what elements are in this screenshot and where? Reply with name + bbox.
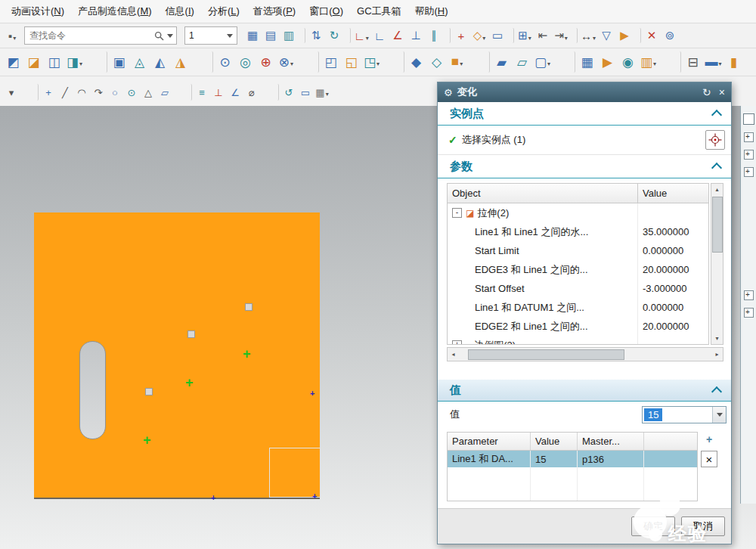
toolbar-icon[interactable]: ▱ bbox=[156, 84, 173, 101]
toolbar-icon[interactable]: ⊙ bbox=[215, 51, 235, 73]
panel-icon[interactable] bbox=[743, 113, 754, 125]
scrollbar-track[interactable] bbox=[711, 195, 723, 333]
section-header-instance-point[interactable]: 实例点 bbox=[438, 102, 731, 126]
toolbar-icon[interactable]: ▾ bbox=[3, 84, 20, 101]
toolbar-icon[interactable]: ▽ bbox=[597, 26, 615, 45]
toolbar-icon[interactable]: ◆ bbox=[406, 51, 426, 73]
toolbar-icon[interactable]: ◰ bbox=[321, 51, 341, 73]
toolbar-icon[interactable]: ▭ bbox=[297, 84, 314, 101]
toolbar-icon[interactable]: ▮ bbox=[723, 51, 744, 73]
toolbar-icon[interactable]: ⊕ bbox=[256, 51, 276, 73]
toolbar-icon[interactable]: ◭ bbox=[150, 51, 170, 73]
toolbar-icon[interactable]: ◨ bbox=[64, 51, 85, 73]
point-dialog-button[interactable] bbox=[705, 130, 725, 150]
toolbar-icon[interactable]: ⊙ bbox=[123, 84, 140, 101]
search-dropdown-caret-icon[interactable] bbox=[167, 34, 173, 38]
toolbar-icon[interactable]: ∥ bbox=[425, 26, 443, 45]
toolbar-icon[interactable]: ⊗ bbox=[276, 51, 296, 73]
toolbar-icon[interactable]: ◬ bbox=[129, 51, 150, 73]
part-face[interactable] bbox=[34, 212, 320, 499]
toolbar-icon[interactable]: ▦ bbox=[577, 51, 597, 73]
toolbar-icon[interactable]: ✕ bbox=[643, 26, 661, 45]
tree-expander-icon[interactable]: - bbox=[452, 208, 462, 218]
column-header-value[interactable]: Value bbox=[638, 184, 708, 203]
search-input[interactable] bbox=[28, 29, 154, 42]
tree-expander-icon[interactable] bbox=[744, 132, 754, 142]
toolbar-icon[interactable]: ≡ bbox=[194, 84, 210, 101]
scrollbar-thumb[interactable] bbox=[712, 197, 723, 253]
toolbar-icon[interactable]: ◠ bbox=[73, 84, 90, 101]
select-instance-point-row[interactable]: ✓ 选择实例点 (1) bbox=[438, 126, 731, 155]
parameter-row[interactable]: Line1 和 DATUM1 之间... 0.000000 bbox=[448, 298, 708, 317]
column-header-parameter[interactable]: Parameter bbox=[448, 433, 531, 450]
column-header-master[interactable]: Master... bbox=[578, 433, 644, 450]
toolbar-icon[interactable]: ∟ bbox=[370, 26, 389, 45]
scroll-right-icon[interactable] bbox=[711, 349, 723, 360]
parameter-row[interactable]: EDGE3 和 Line1 之间的... 20.000000 bbox=[448, 260, 708, 279]
toolbar-icon[interactable]: ∠ bbox=[227, 84, 243, 101]
scrollbar-thumb[interactable] bbox=[468, 349, 624, 360]
toolbar-icon[interactable]: ◎ bbox=[235, 51, 256, 73]
collapse-chevron-icon[interactable] bbox=[711, 386, 722, 397]
toolbar-icon[interactable]: ↔ bbox=[579, 26, 597, 45]
menu-item[interactable]: 首选项(P) bbox=[246, 1, 302, 22]
toolbar-icon[interactable]: ▢ bbox=[532, 51, 553, 73]
cancel-button[interactable]: 取消 bbox=[681, 516, 725, 536]
toolbar-icon[interactable]: ⊞ bbox=[516, 26, 534, 45]
parameter-row[interactable]: EDGE2 和 Line1 之间的... 20.000000 bbox=[448, 317, 708, 336]
tree-expander-icon[interactable] bbox=[744, 167, 754, 177]
parameter-row[interactable]: Start Limit 0.000000 bbox=[448, 241, 708, 260]
dialog-titlebar[interactable]: ⚙ 变化 ↻ × bbox=[438, 82, 731, 102]
toolbar-icon[interactable]: ◪ bbox=[23, 51, 44, 73]
toolbar-icon[interactable]: ▤ bbox=[262, 26, 280, 45]
instance-point-cross-icon[interactable] bbox=[143, 434, 155, 446]
toolbar-icon[interactable]: + bbox=[452, 26, 470, 45]
variance-table-row[interactable] bbox=[448, 484, 697, 501]
toolbar-icon[interactable]: ⇥ bbox=[552, 26, 570, 45]
value-combo[interactable]: 15 bbox=[642, 406, 727, 423]
column-header-object[interactable]: Object bbox=[448, 184, 638, 203]
toolbar-icon[interactable]: ↻ bbox=[325, 26, 343, 45]
instance-point-cross-icon[interactable] bbox=[185, 377, 197, 389]
toolbar-icon[interactable]: ▦ bbox=[314, 84, 330, 101]
section-header-parameters[interactable]: 参数 bbox=[438, 155, 731, 178]
tree-expander-icon[interactable] bbox=[744, 150, 754, 160]
horizontal-scrollbar[interactable] bbox=[447, 347, 723, 361]
add-variance-button[interactable] bbox=[702, 432, 717, 447]
tree-expander-icon[interactable] bbox=[744, 290, 754, 300]
toolbar-icon[interactable]: ◇ bbox=[426, 51, 447, 73]
value-input[interactable]: 15 bbox=[644, 408, 662, 421]
instance-point-handle[interactable] bbox=[145, 388, 153, 395]
toolbar-icon[interactable]: ▱ bbox=[512, 51, 532, 73]
menu-item[interactable]: 分析(L) bbox=[201, 1, 246, 22]
slot-cutout[interactable] bbox=[79, 341, 106, 439]
toolbar-icon[interactable]: ▦ bbox=[243, 26, 262, 45]
toolbar-icon[interactable]: ▥ bbox=[638, 51, 658, 73]
toolbar-overflow-icon[interactable]: ▪ bbox=[3, 26, 21, 45]
toolbar-icon[interactable]: ⊟ bbox=[683, 51, 703, 73]
collapse-chevron-icon[interactable] bbox=[711, 163, 722, 173]
toolbar-icon[interactable]: ▶ bbox=[597, 51, 618, 73]
toolbar-icon[interactable]: ⇤ bbox=[534, 26, 552, 45]
reset-icon[interactable]: ↻ bbox=[702, 86, 711, 98]
vertical-scrollbar[interactable] bbox=[711, 183, 723, 345]
ok-button[interactable]: 确定 bbox=[631, 516, 675, 536]
toolbar-icon[interactable]: ↺ bbox=[280, 84, 297, 101]
toolbar-icon[interactable]: ■ bbox=[447, 51, 467, 73]
section-header-value[interactable]: 值 bbox=[438, 380, 731, 402]
scroll-down-icon[interactable] bbox=[711, 333, 723, 344]
variance-table-row[interactable] bbox=[448, 467, 697, 484]
toolbar-icon[interactable]: ▰ bbox=[491, 51, 512, 73]
toolbar-icon[interactable]: ⌀ bbox=[243, 84, 260, 101]
parameter-row[interactable]: Line1 和 Line1 之间的水... 35.000000 bbox=[448, 222, 708, 241]
toolbar-icon[interactable]: ↷ bbox=[90, 84, 107, 101]
search-icon[interactable] bbox=[154, 31, 164, 41]
toolbar-icon[interactable]: ◉ bbox=[618, 51, 638, 73]
scrollbar-track[interactable] bbox=[459, 349, 711, 360]
toolbar-icon[interactable]: ▬ bbox=[703, 51, 723, 73]
toolbar-icon[interactable]: ▭ bbox=[488, 26, 507, 45]
menu-item[interactable]: 产品制造信息(M) bbox=[71, 1, 159, 22]
toolbar-icon[interactable]: ◮ bbox=[170, 51, 191, 73]
scale-combo[interactable]: 1 bbox=[184, 26, 237, 45]
menu-item[interactable]: GC工具箱 bbox=[350, 1, 408, 22]
